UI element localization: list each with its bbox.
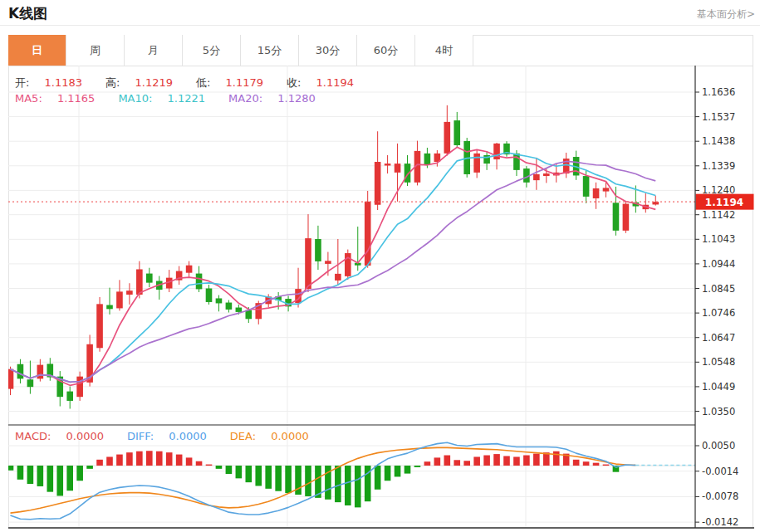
- macd-bar: [166, 452, 173, 466]
- macd-bar: [483, 456, 490, 466]
- tab-4hour[interactable]: 4时: [415, 35, 473, 66]
- price-axis-label: 1.1537: [702, 111, 735, 123]
- candle: [236, 308, 243, 312]
- macd-bar: [265, 466, 272, 489]
- macd-bar: [126, 452, 133, 466]
- price-axis-label: 1.0944: [702, 258, 735, 270]
- macd-bar: [533, 454, 540, 466]
- price-axis-label: 1.1240: [702, 184, 735, 196]
- macd-bar: [47, 466, 54, 492]
- macd-bar: [385, 466, 391, 481]
- tab-week[interactable]: 周: [66, 35, 125, 66]
- macd-bar: [473, 456, 480, 466]
- tab-30min[interactable]: 30分: [299, 35, 357, 66]
- price-axis-label: 1.1142: [702, 209, 735, 221]
- macd-bar: [593, 463, 600, 466]
- macd-bar: [76, 466, 83, 481]
- macd-bar: [405, 466, 411, 474]
- tab-month[interactable]: 月: [125, 35, 183, 66]
- candle: [424, 154, 431, 164]
- candle: [196, 274, 203, 290]
- header-divider: [0, 25, 760, 26]
- candle: [583, 176, 590, 197]
- candle: [365, 202, 371, 266]
- price-axis-label: 1.0845: [702, 283, 735, 295]
- price-axis-label: 1.0647: [702, 332, 735, 344]
- macd-bar: [395, 466, 401, 476]
- candle: [385, 164, 391, 165]
- macd-bar: [86, 466, 93, 469]
- candle: [305, 238, 311, 289]
- candle: [186, 266, 193, 273]
- candle: [8, 369, 13, 389]
- macd-bar: [603, 465, 610, 466]
- candle: [603, 188, 610, 191]
- candle: [206, 289, 213, 302]
- candle: [345, 253, 351, 276]
- macd-bar: [37, 466, 44, 486]
- candle: [454, 120, 460, 145]
- tab-5min[interactable]: 5分: [183, 35, 241, 66]
- candle: [533, 174, 540, 180]
- macd-bar: [8, 466, 13, 471]
- macd-bar: [196, 461, 203, 466]
- candle: [375, 162, 381, 205]
- macd-bar: [583, 461, 590, 466]
- macd-bar: [146, 451, 153, 466]
- price-axis-label: 1.0449: [702, 381, 735, 393]
- price-axis-label: 1.1339: [702, 160, 735, 172]
- macd-bar: [424, 461, 431, 466]
- macd-bar: [414, 466, 421, 467]
- macd-bar: [17, 466, 24, 480]
- candle: [116, 291, 123, 308]
- macd-bar: [246, 466, 253, 482]
- macd-bar: [285, 466, 292, 493]
- current-price-badge-label: 1.1194: [705, 197, 743, 208]
- candle: [623, 204, 630, 231]
- macd-bar: [375, 466, 381, 490]
- ma5-line: [11, 147, 656, 385]
- price-axis-label: 1.0548: [702, 356, 735, 368]
- candle: [325, 261, 331, 264]
- tab-15min[interactable]: 15分: [241, 35, 299, 66]
- tab-day[interactable]: 日: [8, 35, 66, 66]
- macd-bar: [345, 466, 351, 505]
- page-title: K线图: [8, 4, 47, 23]
- candle: [96, 304, 103, 348]
- candle: [27, 379, 34, 387]
- macd-bar: [355, 466, 361, 507]
- candle: [315, 239, 321, 261]
- macd-axis-label: 0.0050: [702, 440, 735, 451]
- candle: [543, 173, 550, 176]
- fundamental-analysis-link[interactable]: 基本面分析>: [697, 7, 755, 22]
- candle: [17, 364, 24, 379]
- macd-bar: [463, 461, 470, 466]
- candle: [66, 392, 73, 401]
- candle: [226, 303, 233, 310]
- macd-bar: [176, 455, 183, 466]
- candle: [444, 122, 451, 154]
- macd-bar: [226, 466, 233, 474]
- price-axis-label: 1.1636: [702, 86, 735, 98]
- macd-bar: [116, 455, 123, 466]
- macd-bar: [275, 466, 282, 491]
- dea-line: [11, 447, 636, 513]
- candle: [395, 164, 401, 173]
- macd-bar: [66, 466, 73, 491]
- macd-bar: [56, 466, 63, 495]
- macd-bar: [434, 457, 441, 466]
- macd-bar: [236, 466, 243, 478]
- macd-bar: [206, 465, 213, 466]
- macd-bar: [255, 466, 262, 486]
- timeframe-tabs: 日周月5分15分30分60分4时: [8, 35, 753, 66]
- kline-chart-svg: 1.11941.16361.15371.14381.13391.12401.11…: [8, 66, 754, 530]
- macd-axis-label: -0.0078: [702, 491, 738, 502]
- tab-60min[interactable]: 60分: [357, 35, 415, 66]
- macd-axis-label: -0.0014: [702, 466, 738, 477]
- candle: [216, 298, 223, 303]
- macd-bar: [493, 454, 500, 466]
- macd-bar: [335, 466, 341, 502]
- macd-bar: [106, 456, 113, 466]
- candle: [76, 377, 83, 398]
- diff-line: [11, 442, 636, 520]
